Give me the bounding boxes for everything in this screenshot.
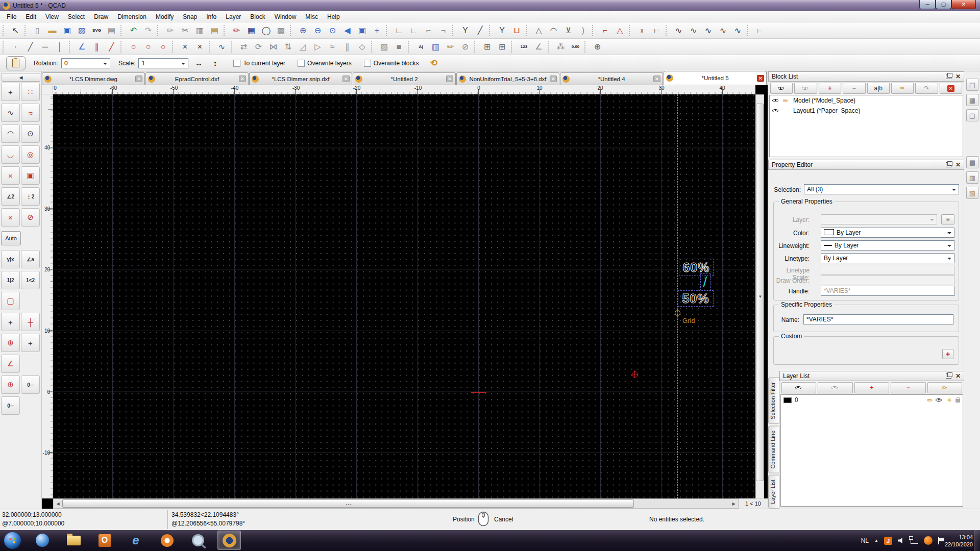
open-file-button[interactable]: ▬ — [45, 23, 60, 38]
drawing-text-entity[interactable]: 50% — [678, 290, 714, 307]
menu-dimension[interactable]: Dimension — [113, 11, 151, 22]
document-tab[interactable]: *Untitled 5✕ — [664, 71, 767, 85]
edit-layer-button[interactable]: ✏ — [927, 382, 962, 393]
restrict-off-button[interactable]: + — [1, 313, 20, 331]
tab-close-icon[interactable]: ✕ — [446, 76, 453, 82]
taskbar-file-explorer-icon[interactable] — [62, 531, 85, 550]
action-center-flag-icon[interactable] — [938, 537, 939, 544]
taskbar-settings-icon[interactable] — [155, 531, 179, 550]
toggle-block-list-button[interactable]: ▤ — [966, 79, 978, 91]
spline-draw-button[interactable]: ∿ — [214, 40, 229, 54]
paste-button[interactable]: ▤ — [207, 23, 222, 38]
library-browser-button[interactable]: ⁂ — [553, 40, 568, 54]
taskbar-qcad-taskbar-icon[interactable] — [217, 531, 241, 550]
palette-back-button[interactable]: ◀ — [2, 73, 40, 82]
hidden-icons-button[interactable]: ▲ — [874, 538, 878, 543]
menu-block[interactable]: Block — [246, 11, 270, 22]
redo-button[interactable]: ↷ — [141, 23, 156, 38]
layer-list-button[interactable]: ≡ — [941, 214, 954, 224]
line-bisector-button[interactable]: ╱ — [104, 40, 119, 54]
snap-distance-button[interactable]: ⊘ — [21, 208, 40, 227]
menu-snap[interactable]: Snap — [178, 11, 202, 22]
snap-manual-button[interactable]: × — [1, 208, 20, 227]
checkbox-to-current-layer[interactable]: To current layer — [233, 60, 285, 67]
menu-help[interactable]: Help — [323, 11, 345, 22]
save-button[interactable]: ▣ — [60, 23, 75, 38]
add-layer-button[interactable]: + — [854, 382, 889, 393]
no-fill-button[interactable]: ⊘ — [458, 40, 473, 54]
image-button[interactable]: ▥ — [428, 40, 443, 54]
name-field[interactable]: *VARIES* — [803, 314, 953, 324]
document-tab[interactable]: *Untitled 4✕ — [560, 72, 663, 85]
close-button[interactable]: ✕ — [951, 0, 976, 9]
rename-block-button[interactable]: a|b — [867, 83, 890, 94]
lengthen-button[interactable]: ╱ — [473, 23, 487, 38]
break-gap-button[interactable]: )| — [634, 23, 649, 38]
angle-dim-button[interactable]: ∠ — [531, 40, 546, 54]
polyline-from-segments-button[interactable]: )→ — [752, 23, 767, 38]
property-panel-button[interactable]: ▦ — [244, 23, 259, 38]
menu-select[interactable]: Select — [63, 11, 89, 22]
snap-grid-button[interactable]: ∷ — [21, 83, 40, 101]
clock[interactable]: 13:04 22/10/2020 — [945, 534, 973, 548]
show-desktop-button[interactable] — [974, 530, 980, 551]
select-region-button[interactable]: ▢ — [1, 292, 20, 310]
block-visibility-icon[interactable] — [772, 97, 780, 104]
spline-control-points-button[interactable]: ∿ — [671, 23, 686, 38]
snap-free-button[interactable]: ∿ — [1, 104, 20, 122]
start-button[interactable] — [4, 532, 21, 549]
chamfer-button[interactable]: ⊻ — [561, 23, 576, 38]
copy-button[interactable]: ▥ — [192, 23, 207, 38]
dock-tab-command-line[interactable]: Command Line — [768, 426, 779, 473]
hide-all-blocks-button[interactable] — [794, 83, 817, 94]
move-rotate-button[interactable]: ⇅ — [281, 40, 296, 54]
document-tab[interactable]: *LCS Dimmer.dwg✕ — [42, 72, 145, 85]
restrict-angles-button[interactable]: ∠ — [1, 355, 20, 373]
toggle-command-line-button[interactable]: ▥ — [966, 171, 978, 184]
grid-toggle-button[interactable]: ▩ — [274, 23, 288, 38]
menu-window[interactable]: Window — [270, 11, 301, 22]
snap-endpoints-button[interactable]: ◠ — [1, 124, 20, 143]
pin-button[interactable]: ⊕ — [590, 40, 605, 54]
menu-view[interactable]: View — [41, 11, 63, 22]
volume-icon[interactable] — [898, 537, 905, 544]
text-button[interactable]: A| — [413, 40, 428, 54]
coordinate-polar-button[interactable]: 1<2 — [21, 271, 40, 289]
set-relative-zero-button[interactable]: ⊕ — [1, 334, 20, 352]
scale-button[interactable]: ◿ — [296, 40, 310, 54]
edit-text-button[interactable]: ✏ — [443, 40, 458, 54]
lineweight-combo[interactable]: By Layer — [821, 240, 954, 251]
hatch-button[interactable]: ▨ — [377, 40, 391, 54]
snap-center-button[interactable]: ⊙ — [21, 124, 40, 143]
toggle-library-button[interactable]: ▢ — [966, 109, 978, 121]
viewport-button[interactable]: ⊞ — [480, 40, 495, 54]
zoom-in-button[interactable]: ⊕ — [296, 23, 310, 38]
zoom-selection-button[interactable]: ▣ — [355, 23, 370, 38]
close-panel-icon[interactable]: ✕ — [955, 372, 961, 380]
zoom-out-button[interactable]: ⊖ — [310, 23, 325, 38]
spline-edit-button[interactable]: ∿ — [730, 23, 745, 38]
show-all-blocks-button[interactable] — [770, 83, 793, 94]
point-button[interactable]: · — [8, 40, 23, 54]
float-panel-icon[interactable] — [946, 74, 951, 79]
snap-entity-button[interactable]: ▣ — [21, 166, 40, 185]
spline-remove-point-button[interactable]: ∿ — [716, 23, 730, 38]
taskbar-browser-icon[interactable] — [31, 531, 54, 550]
snap-pointer-button[interactable]: ⊕ — [1, 375, 20, 394]
block-row[interactable]: ✏Model (*Model_Space) — [770, 95, 963, 106]
align-button[interactable]: ≈ — [325, 40, 340, 54]
circle-center-button[interactable]: ○ — [126, 40, 141, 54]
tab-close-icon[interactable]: ✕ — [239, 76, 246, 82]
snap-auto-button[interactable]: + — [1, 83, 20, 101]
document-tab[interactable]: EpradControl.dxf✕ — [145, 72, 249, 85]
polyline-append-button[interactable]: ∟ — [406, 23, 421, 38]
stretch2-button[interactable]: ▷ — [310, 40, 325, 54]
snap-tangential-button[interactable]: ◡ — [1, 145, 20, 164]
rotate-button[interactable]: ⟳ — [251, 40, 266, 54]
remove-block-button[interactable]: − — [843, 83, 865, 94]
layer-visibility-icon[interactable] — [936, 397, 943, 404]
undo-button[interactable]: ↶ — [126, 23, 141, 38]
layer-frozen-icon[interactable]: ☀ — [946, 396, 952, 404]
close-panel-icon[interactable]: ✕ — [955, 161, 961, 168]
zoom-auto-button[interactable]: ⊙ — [325, 23, 340, 38]
